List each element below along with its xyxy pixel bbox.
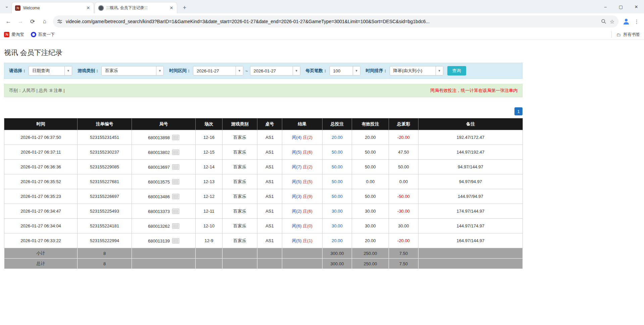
roadmap-icon[interactable] xyxy=(172,223,179,229)
profile-avatar[interactable] xyxy=(621,16,631,26)
cell-result: 闲(5) 庄(1) xyxy=(282,233,323,248)
menu-icon[interactable]: ⋮ xyxy=(632,18,641,25)
cell-game-kind: 百家乐 xyxy=(222,219,257,233)
new-tab-button[interactable]: + xyxy=(180,3,189,12)
roadmap-icon[interactable] xyxy=(172,179,179,184)
chevron-down-icon[interactable]: ⌄ xyxy=(3,3,10,9)
cell-result: 闲(4) 庄(2) xyxy=(282,130,323,145)
date-end-select[interactable]: 2026-01-27 ▼ xyxy=(250,66,300,75)
bookmark-label: 爱淘宝 xyxy=(11,32,24,38)
site-settings-icon[interactable] xyxy=(57,19,62,24)
cell-payout: 50.00 xyxy=(389,160,418,174)
date-start-value: 2026-01-27 xyxy=(193,68,222,73)
cell-payout: 30.00 xyxy=(389,219,418,233)
back-icon[interactable]: ← xyxy=(3,16,14,27)
total-label: 总计 xyxy=(4,259,78,269)
empty-cell xyxy=(257,248,282,259)
cell-result: 闲(7) 庄(2) xyxy=(282,160,323,174)
cell-total-bet[interactable]: 50.00 xyxy=(323,145,352,160)
cell-total-bet[interactable]: 20.00 xyxy=(323,130,352,145)
cell-total-bet[interactable]: 50.00 xyxy=(323,160,352,174)
url-text[interactable]: videoie.com/game/betrecord_search/kind3?… xyxy=(66,19,598,24)
query-type-select[interactable]: 日期查询 ▼ xyxy=(29,66,72,75)
round-number: 680013802 xyxy=(148,150,170,155)
chevron-down-icon[interactable]: ▼ xyxy=(156,66,163,75)
cell-note: 174.97/144.97 xyxy=(418,204,523,219)
cell-valid-bet: 50.00 xyxy=(352,145,389,160)
roadmap-icon[interactable] xyxy=(172,238,179,243)
per-page-select[interactable]: 100 ▼ xyxy=(330,66,360,75)
empty-cell xyxy=(196,248,222,259)
column-header: 游戏类别 xyxy=(222,118,257,130)
cell-valid-bet: 30.00 xyxy=(352,219,389,233)
cell-table-number: AS1 xyxy=(257,219,282,233)
cell-session: 12-10 xyxy=(196,219,222,233)
cell-note: 94.97/94.97 xyxy=(418,174,523,189)
total-valid-bet: 250.00 xyxy=(352,259,389,269)
cell-valid-bet: 20.00 xyxy=(352,130,389,145)
empty-cell xyxy=(196,259,222,269)
chevron-down-icon[interactable]: ▼ xyxy=(64,66,72,75)
cell-table-number: AS1 xyxy=(257,189,282,204)
chevron-down-icon[interactable]: ▼ xyxy=(436,66,443,75)
empty-cell xyxy=(282,248,323,259)
total-total-bet: 300.00 xyxy=(323,259,352,269)
sort-select[interactable]: 降幂(由大到小) ▼ xyxy=(390,66,443,75)
window-controls: – ▢ ✕ xyxy=(598,0,644,13)
cell-round-number: 680013486 xyxy=(132,189,196,204)
roadmap-icon[interactable] xyxy=(172,209,179,214)
chevron-down-icon[interactable]: ▼ xyxy=(236,66,243,75)
all-bookmarks-button[interactable]: 🗀 所有书签 xyxy=(611,31,640,38)
chevron-down-icon[interactable]: ▼ xyxy=(353,66,360,75)
cell-time: 2026-01-27 06:34:04 xyxy=(4,219,78,233)
date-separator: ~ xyxy=(245,68,248,73)
per-page-value: 100 xyxy=(330,68,344,73)
roadmap-icon[interactable] xyxy=(172,150,179,155)
date-start-select[interactable]: 2026-01-27 ▼ xyxy=(193,66,243,75)
date-range-label: 时间区间： xyxy=(169,68,191,74)
cell-total-bet[interactable]: 50.00 xyxy=(323,189,352,204)
forward-icon[interactable]: → xyxy=(15,16,26,27)
game-kind-select[interactable]: 百家乐 ▼ xyxy=(101,66,164,75)
cell-total-bet[interactable]: 30.00 xyxy=(323,219,352,233)
cell-session: 12-16 xyxy=(196,130,222,145)
cell-valid-bet: 0.00 xyxy=(352,174,389,189)
round-number: 680013697 xyxy=(148,165,170,170)
close-tab-icon[interactable]: ✕ xyxy=(86,5,91,11)
home-icon[interactable]: ⌂ xyxy=(39,16,50,27)
cell-bet-number: 523155224181 xyxy=(78,219,132,233)
tab-welcome[interactable]: 淘 Welcome ✕ xyxy=(11,2,94,13)
result-banker: 庄(9) xyxy=(303,194,312,199)
page-number-button[interactable]: 1 xyxy=(514,107,523,115)
maximize-button[interactable]: ▢ xyxy=(613,0,629,13)
cell-total-bet[interactable]: 20.00 xyxy=(323,233,352,248)
close-button[interactable]: ✕ xyxy=(629,0,644,13)
roadmap-icon[interactable] xyxy=(172,164,179,170)
roadmap-icon[interactable] xyxy=(172,194,179,199)
column-header: 局号 xyxy=(132,118,196,130)
url-bar[interactable]: videoie.com/game/betrecord_search/kind3?… xyxy=(53,15,618,28)
cell-table-number: AS1 xyxy=(257,204,282,219)
minimize-button[interactable]: – xyxy=(598,0,613,13)
subtotal-total-bet: 300.00 xyxy=(323,248,352,259)
cell-total-bet[interactable]: 50.00 xyxy=(323,174,352,189)
bookmark-baidu[interactable]: 百度一下 xyxy=(31,32,55,38)
bookmark-aitaobao[interactable]: 淘 爱淘宝 xyxy=(4,32,24,38)
bookmark-star-icon[interactable]: ☆ xyxy=(610,18,614,25)
round-number: 680013898 xyxy=(148,135,170,140)
tab-title: Welcome xyxy=(23,6,83,10)
page-title: 视讯 会员下注纪录 xyxy=(4,48,640,57)
roadmap-icon[interactable] xyxy=(172,135,179,140)
search-button[interactable]: 查询 xyxy=(447,66,466,75)
tab-betrecord[interactable]: :::视讯, 会员下注记录::: ✕ xyxy=(95,2,177,13)
tab-strip: ⌄ 淘 Welcome ✕ :::视讯, 会员下注记录::: ✕ + – ▢ ✕ xyxy=(0,0,644,13)
cell-total-bet[interactable]: 30.00 xyxy=(323,204,352,219)
chevron-down-icon[interactable]: ▼ xyxy=(293,66,300,75)
cell-note: 94.97/144.97 xyxy=(418,160,523,174)
close-tab-icon[interactable]: ✕ xyxy=(169,5,174,11)
reload-icon[interactable]: ⟳ xyxy=(27,16,38,27)
tab-favicon: 淘 xyxy=(15,5,20,11)
bookmarks-bar: 淘 爱淘宝 百度一下 🗀 所有书签 xyxy=(0,30,644,40)
result-banker: 庄(6) xyxy=(303,150,312,155)
zoom-icon[interactable] xyxy=(601,19,606,24)
